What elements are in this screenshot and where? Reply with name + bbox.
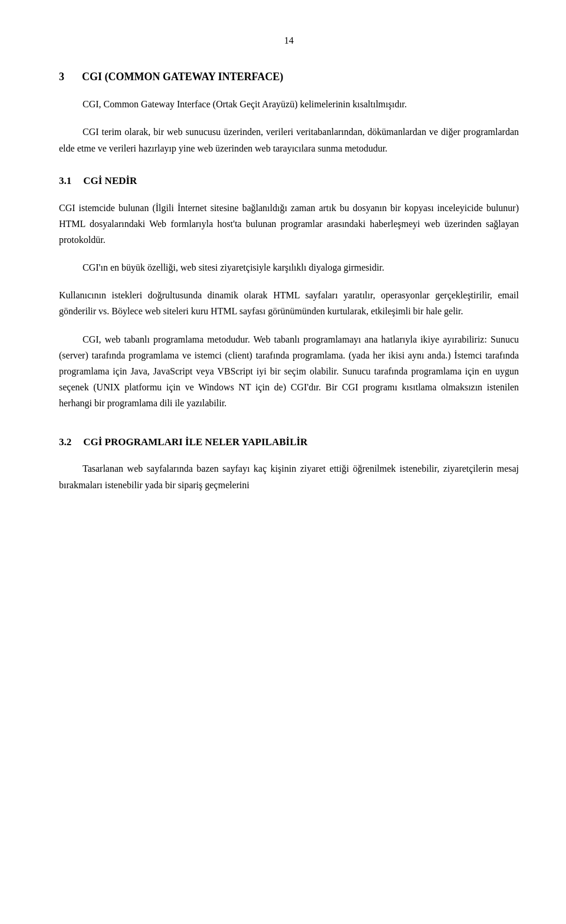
page: 14 3CGI (COMMON GATEWAY INTERFACE) CGI, …	[0, 0, 566, 924]
section-3-1-heading: 3.1CGİ NEDİR	[59, 174, 519, 188]
cgi-nedir-para-1: CGI istemcide bulunan (İlgili İnternet s…	[59, 200, 519, 248]
section-3-1-number: 3.1	[59, 175, 71, 186]
section-3-2-heading: 3.2CGİ PROGRAMLARI İLE NELER YAPILABİLİR	[59, 435, 519, 449]
page-number: 14	[59, 35, 519, 46]
chapter-number: 3	[59, 71, 64, 83]
section-3-2-title: CGİ PROGRAMLARI İLE NELER YAPILABİLİR	[83, 436, 307, 448]
section-3-2-number: 3.2	[59, 436, 71, 448]
intro-paragraph: CGI, Common Gateway Interface (Ortak Geç…	[59, 96, 519, 112]
chapter-heading: 3CGI (COMMON GATEWAY INTERFACE)	[59, 70, 519, 84]
cgi-desc-paragraph: CGI terim olarak, bir web sunucusu üzeri…	[59, 124, 519, 156]
cgi-nedir-para-3: Kullanıcının istekleri doğrultusunda din…	[59, 287, 519, 319]
cgi-prog-para-1: Tasarlanan web sayfalarında bazen sayfay…	[59, 461, 519, 492]
cgi-nedir-para-2: CGI'ın en büyük özelliği, web sitesi ziy…	[59, 259, 519, 275]
chapter-title: CGI (COMMON GATEWAY INTERFACE)	[82, 71, 284, 83]
cgi-nedir-para-4: CGI, web tabanlı programlama metodudur. …	[59, 331, 519, 412]
section-3-1-title: CGİ NEDİR	[83, 175, 137, 186]
